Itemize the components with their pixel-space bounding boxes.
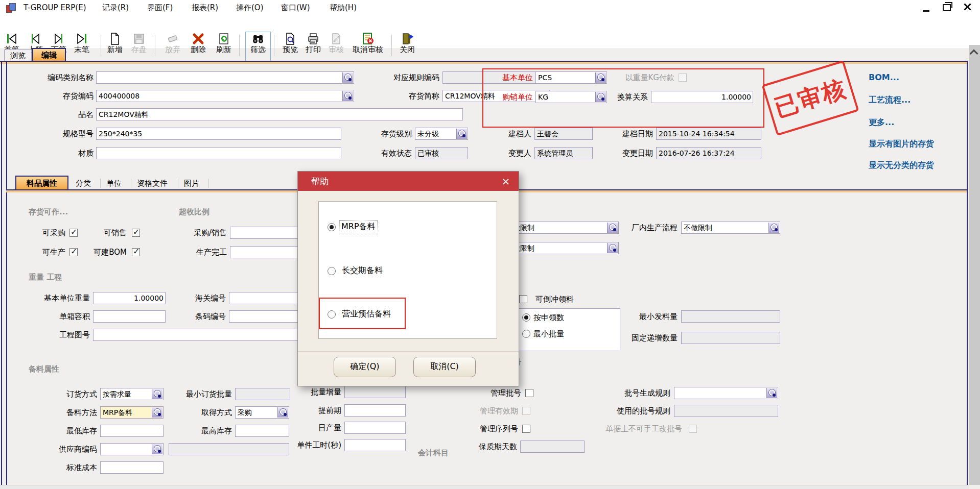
subtab-category[interactable]: 分类 xyxy=(76,177,98,189)
lead-time-field[interactable] xyxy=(344,404,406,417)
item-code-field[interactable]: 400400008 xyxy=(96,90,354,102)
manage-batch-checkbox[interactable] xyxy=(525,389,533,397)
lookup-icon[interactable] xyxy=(607,243,618,253)
code-category-field[interactable] xyxy=(96,71,354,84)
lookup-icon[interactable] xyxy=(342,72,353,83)
can-bom-checkbox[interactable] xyxy=(132,248,140,256)
prep-method-field[interactable]: MRP备料 xyxy=(100,406,164,419)
order-mode-field[interactable]: 按需求量 xyxy=(100,388,164,400)
manage-expiry-checkbox[interactable] xyxy=(522,407,530,415)
max-stock-field[interactable] xyxy=(235,425,289,437)
can-produce-checkbox[interactable] xyxy=(69,248,78,256)
dialog-ok-button[interactable]: 确定(Q) xyxy=(334,357,396,377)
material-field[interactable] xyxy=(96,147,341,159)
dialog-cancel-button[interactable]: 取消(C) xyxy=(413,357,476,377)
preview-button[interactable]: 预览 xyxy=(278,32,302,62)
menu-app[interactable]: T-GROUP ERP(E) xyxy=(24,3,86,13)
batch-inc-field[interactable] xyxy=(344,386,406,398)
by-request-radio[interactable] xyxy=(522,313,530,322)
option-mrp-label[interactable]: MRP备料 xyxy=(340,221,377,233)
menu-record[interactable]: 记录(R) xyxy=(102,3,129,13)
filter-button[interactable]: 筛选 xyxy=(246,32,270,62)
min-stock-field[interactable] xyxy=(100,425,164,437)
tab-edit[interactable]: 编辑 xyxy=(32,48,66,62)
refresh-button[interactable]: 刷新 xyxy=(212,32,236,62)
subtab-unit[interactable]: 单位 xyxy=(106,177,129,189)
option-mrp-radio[interactable] xyxy=(328,223,336,231)
pay-by-kg-checkbox[interactable] xyxy=(679,74,687,82)
horizontal-scrollbar[interactable] xyxy=(0,485,969,489)
lookup-icon[interactable] xyxy=(766,388,777,398)
vertical-scrollbar[interactable] xyxy=(969,45,980,485)
option-forecast-label[interactable]: 营业预估备料 xyxy=(342,309,391,320)
manage-serial-checkbox[interactable] xyxy=(522,425,530,433)
delete-button[interactable]: 删除 xyxy=(186,32,210,62)
option-forecast-radio[interactable] xyxy=(328,310,336,319)
backflush-checkbox[interactable] xyxy=(519,295,527,303)
new-button[interactable]: 新增 xyxy=(103,32,127,62)
box-volume-field[interactable] xyxy=(93,310,166,323)
min-order-field[interactable] xyxy=(235,388,290,400)
cancel-audit-button[interactable]: 取消审核 xyxy=(348,32,387,62)
level-field[interactable]: 未分级 xyxy=(415,128,468,140)
menu-report[interactable]: 报表(R) xyxy=(192,3,218,13)
restore-icon[interactable] xyxy=(943,4,951,11)
shelf-days-field[interactable] xyxy=(520,441,585,453)
lookup-icon[interactable] xyxy=(152,407,162,418)
menu-help[interactable]: 帮助(H) xyxy=(330,3,357,13)
limit-field-2[interactable]: 不做限制 xyxy=(503,242,619,254)
menu-interface[interactable]: 界面(F) xyxy=(147,3,173,13)
link-show-with-images[interactable]: 显示有图片的存货 xyxy=(869,139,934,150)
dialog-close-icon[interactable]: × xyxy=(500,176,511,187)
lookup-icon[interactable] xyxy=(607,223,618,233)
lookup-icon[interactable] xyxy=(152,444,162,454)
option-long-lead-label[interactable]: 长交期备料 xyxy=(342,265,383,276)
acquire-field[interactable]: 采购 xyxy=(235,406,289,419)
print-button[interactable]: 打印 xyxy=(301,32,325,62)
minimize-icon[interactable] xyxy=(923,5,929,12)
spec-field[interactable]: 250*240*35 xyxy=(96,128,341,140)
menu-window[interactable]: 窗口(W) xyxy=(281,3,310,13)
lookup-icon[interactable] xyxy=(768,223,779,233)
scroll-up-icon[interactable] xyxy=(971,49,977,55)
item-name-field[interactable]: CR12MOV精料 xyxy=(96,108,463,120)
fixed-inc-field[interactable] xyxy=(681,332,780,344)
no-manual-batch-checkbox[interactable] xyxy=(689,425,697,433)
subtab-item-attrs[interactable]: 料品属性 xyxy=(15,176,68,191)
subtab-image[interactable]: 图片 xyxy=(184,177,206,189)
base-weight-field[interactable]: 1.00000 xyxy=(93,292,166,304)
audit-button[interactable]: 审核 xyxy=(324,32,348,62)
factory-flow-field[interactable]: 不做限制 xyxy=(681,222,780,234)
save-button[interactable]: 存盘 xyxy=(127,32,151,62)
link-process-flow[interactable]: 工艺流程... xyxy=(869,95,911,106)
close-form-button[interactable]: 关闭 xyxy=(395,32,419,62)
lookup-icon[interactable] xyxy=(595,92,606,102)
lookup-icon[interactable] xyxy=(152,389,162,399)
trade-unit-field[interactable]: KG xyxy=(535,91,607,103)
min-issue-field[interactable] xyxy=(681,310,780,323)
batch-rule-field[interactable] xyxy=(674,387,778,399)
link-bom[interactable]: BOM... xyxy=(869,72,899,82)
std-cost-field[interactable] xyxy=(100,461,164,474)
lookup-icon[interactable] xyxy=(456,129,467,139)
close-icon[interactable] xyxy=(964,3,971,10)
min-batch-radio[interactable] xyxy=(522,330,530,338)
limit-field-1[interactable]: 不做限制 xyxy=(503,222,619,234)
lookup-icon[interactable] xyxy=(342,91,353,101)
tab-browse[interactable]: 浏览 xyxy=(4,50,32,62)
conv-field[interactable]: 1.00000 xyxy=(651,91,753,103)
can-sale-checkbox[interactable] xyxy=(132,229,140,237)
daily-output-field[interactable] xyxy=(344,422,406,434)
base-unit-field[interactable]: PCS xyxy=(535,71,607,84)
option-long-lead-radio[interactable] xyxy=(328,267,336,275)
subtab-qualification[interactable]: 资格文件 xyxy=(137,177,176,189)
discard-button[interactable]: 放弃 xyxy=(161,32,184,62)
menu-operate[interactable]: 操作(O) xyxy=(236,3,264,13)
unit-hours-field[interactable] xyxy=(344,439,406,451)
link-show-unclassified[interactable]: 显示无分类的存货 xyxy=(869,160,934,171)
supplier-field[interactable] xyxy=(100,443,164,455)
can-purchase-checkbox[interactable] xyxy=(69,229,78,237)
lookup-icon[interactable] xyxy=(595,72,606,83)
last-record-button[interactable]: 末笔 xyxy=(70,32,94,62)
link-more[interactable]: 更多... xyxy=(869,117,894,128)
